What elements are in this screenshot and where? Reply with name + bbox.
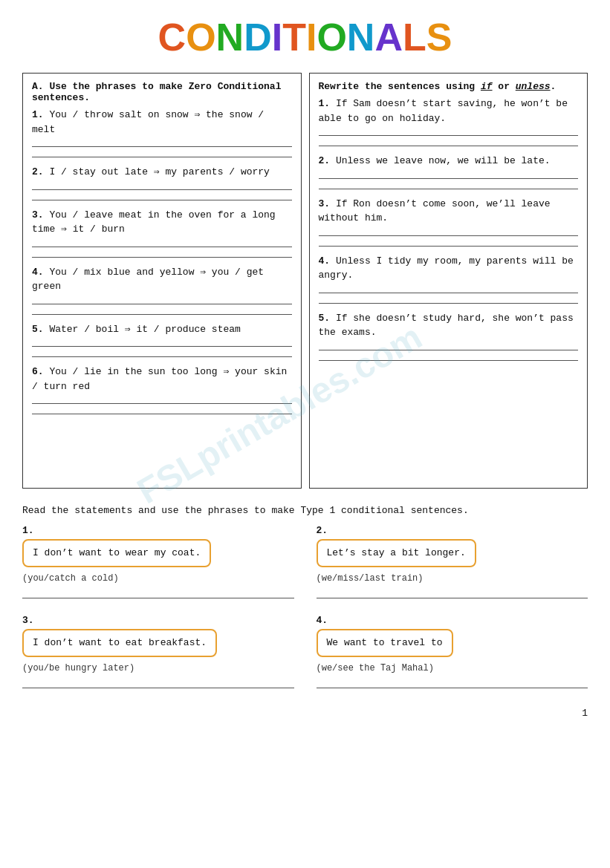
- answer-line: [32, 140, 292, 147]
- answer-line: [317, 678, 588, 688]
- section-a-item-1: 1. You / throw salt on snow ⇒ the snow /…: [32, 108, 292, 157]
- section-c-item-3: 3. I don’t want to eat breakfast. (you/b…: [22, 615, 294, 688]
- item-text: 1. If Sam doesn’t start saving, he won’t…: [319, 97, 579, 125]
- section-b-box: Rewrite the sentences using if or unless…: [309, 73, 588, 489]
- answer-line: [32, 350, 292, 357]
- title-letter-8: N: [347, 15, 375, 59]
- answer-line: [32, 339, 292, 347]
- answer-line: [319, 296, 579, 304]
- title-letter-4: I: [272, 15, 282, 59]
- title-letter-5: T: [282, 15, 306, 59]
- section-c-item-1: 1. I don’t want to wear my coat. (you/ca…: [22, 525, 294, 598]
- answer-line: [22, 678, 294, 688]
- answer-line: [319, 353, 579, 361]
- item-number: 2.: [317, 525, 588, 536]
- answer-line: [319, 139, 579, 146]
- item-text: 2. Unless we leave now, we will be late.: [319, 154, 579, 169]
- section-b-item-3: 3. If Ron doesn’t come soon, we’ll leave…: [319, 197, 579, 247]
- item-text: 4. You / mix blue and yellow ⇒ you / get…: [32, 265, 292, 294]
- title-letter-10: L: [403, 15, 426, 59]
- answer-line: [32, 250, 292, 258]
- title-letter-11: S: [426, 15, 452, 59]
- answer-line: [32, 407, 292, 414]
- section-a-item-4: 4. You / mix blue and yellow ⇒ you / get…: [32, 265, 292, 315]
- section-b-item-1: 1. If Sam doesn’t start saving, he won’t…: [319, 97, 579, 146]
- section-c-item-2: 2. Let’s stay a bit longer. (we/miss/las…: [317, 525, 588, 598]
- section-b-item-2: 2. Unless we leave now, we will be late.: [319, 154, 579, 189]
- section-a-box: A. Use the phrases to make Zero Conditio…: [22, 73, 302, 489]
- page-number: 1: [22, 708, 588, 719]
- hint-text: (we/see the Taj Mahal): [317, 663, 588, 673]
- answer-line: [32, 193, 292, 200]
- item-number: 3.: [22, 615, 294, 626]
- section-a-item-5: 5. Water / boil ⇒ it / produce steam: [32, 322, 292, 358]
- top-section: A. Use the phrases to make Zero Conditio…: [22, 73, 588, 489]
- section-c-grid: 1. I don’t want to wear my coat. (you/ca…: [22, 525, 588, 693]
- section-a-item-3: 3. You / leave meat in the oven for a lo…: [32, 208, 292, 258]
- section-b-item-5: 5. If she doesn’t study hard, she won’t …: [319, 311, 579, 361]
- item-text: 5. If she doesn’t study hard, she won’t …: [319, 311, 579, 340]
- section-a-item-6: 6. You / lie in the sun too long ⇒ your …: [32, 365, 292, 414]
- hint-text: (we/miss/last train): [317, 573, 588, 584]
- answer-line: [22, 588, 294, 598]
- title-heading: CONDITIONALS: [22, 15, 588, 59]
- answer-line: [32, 183, 292, 190]
- answer-line: [319, 286, 579, 293]
- speech-bubble: I don’t want to eat breakfast.: [22, 629, 217, 657]
- item-text: 3. You / leave meat in the oven for a lo…: [32, 208, 292, 237]
- item-text: 6. You / lie in the sun too long ⇒ your …: [32, 365, 292, 394]
- answer-line: [319, 343, 579, 350]
- answer-line: [319, 182, 579, 189]
- answer-line: [319, 229, 579, 236]
- item-text: 3. If Ron doesn’t come soon, we’ll leave…: [319, 197, 579, 226]
- answer-line: [32, 297, 292, 304]
- title-letter-9: A: [374, 15, 403, 59]
- hint-text: (you/catch a cold): [22, 573, 294, 584]
- answer-line: [32, 307, 292, 315]
- speech-bubble: Let’s stay a bit longer.: [317, 539, 476, 567]
- hint-text: (you/be hungry later): [22, 663, 294, 673]
- item-text: 1. You / throw salt on snow ⇒ the snow /…: [32, 108, 292, 137]
- answer-line: [317, 588, 588, 598]
- section-b-heading: Rewrite the sentences using if or unless…: [319, 81, 579, 92]
- title-letter-0: C: [158, 15, 186, 59]
- item-text: 4. Unless I tidy my room, my parents wil…: [319, 254, 579, 283]
- speech-bubble: I don’t want to wear my coat.: [22, 539, 211, 567]
- title-letter-3: D: [244, 15, 272, 59]
- item-number: 1.: [22, 525, 294, 536]
- answer-line: [32, 240, 292, 247]
- item-number: 4.: [317, 615, 588, 626]
- title-letter-2: N: [216, 15, 244, 59]
- section-a-item-2: 2. I / stay out late ⇒ my parents / worr…: [32, 165, 292, 200]
- item-text: 2. I / stay out late ⇒ my parents / worr…: [32, 165, 292, 180]
- answer-line: [319, 239, 579, 247]
- title-letter-1: O: [186, 15, 215, 59]
- title-letter-7: O: [317, 15, 346, 59]
- answer-line: [319, 172, 579, 179]
- answer-line: [319, 128, 579, 136]
- item-text: 5. Water / boil ⇒ it / produce steam: [32, 322, 292, 337]
- section-c-intro: Read the statements and use the phrases …: [22, 505, 588, 516]
- answer-line: [32, 397, 292, 404]
- section-a-heading: A. Use the phrases to make Zero Conditio…: [32, 81, 292, 103]
- answer-line: [32, 150, 292, 157]
- section-b-item-4: 4. Unless I tidy my room, my parents wil…: [319, 254, 579, 304]
- title-letter-6: I: [306, 15, 317, 59]
- section-c-item-4: 4. We want to travel to (we/see the Taj …: [317, 615, 588, 688]
- speech-bubble: We want to travel to: [317, 629, 453, 657]
- section-c: Read the statements and use the phrases …: [22, 505, 588, 693]
- unless-text: unless: [516, 81, 551, 92]
- if-text: if: [481, 81, 493, 92]
